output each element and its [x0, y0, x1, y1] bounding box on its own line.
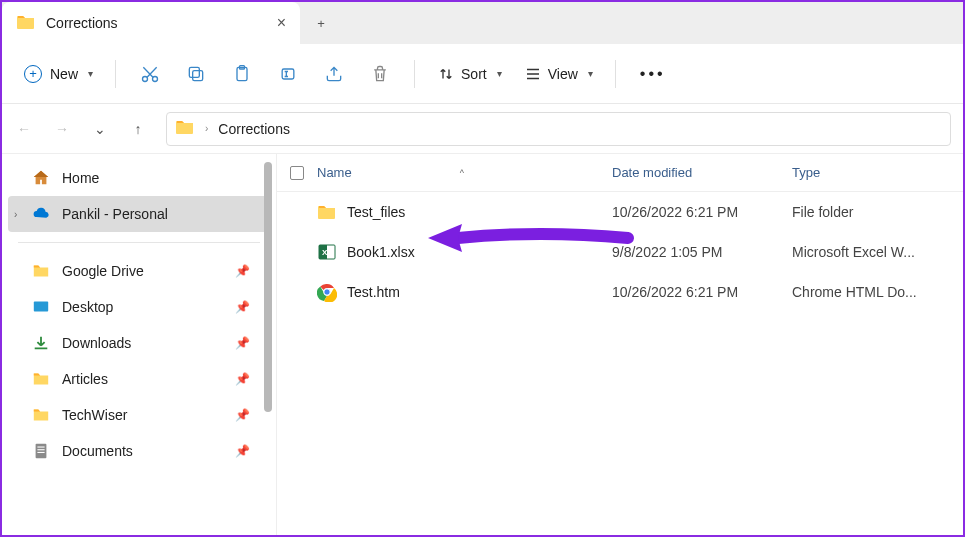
back-button[interactable]: ←	[14, 121, 34, 137]
column-label: Date modified	[612, 165, 692, 180]
file-type: File folder	[792, 204, 963, 220]
sidebar-item-label: Pankil - Personal	[62, 206, 168, 222]
folder-icon	[16, 12, 36, 35]
sidebar-item-label: TechWiser	[62, 407, 127, 423]
address-bar[interactable]: › Corrections	[166, 112, 951, 146]
separator	[615, 60, 616, 88]
sort-label: Sort	[461, 66, 487, 82]
scrollbar[interactable]	[264, 162, 272, 412]
file-row[interactable]: Test.htm 10/26/2022 6:21 PM Chrome HTML …	[277, 272, 963, 312]
folder-icon	[317, 202, 337, 222]
paste-button[interactable]	[220, 54, 264, 94]
sidebar-item-label: Documents	[62, 443, 133, 459]
sidebar-item-articles[interactable]: Articles 📌	[2, 361, 276, 397]
separator	[18, 242, 260, 243]
file-row[interactable]: X Book1.xlsx 9/8/2022 1:05 PM Microsoft …	[277, 232, 963, 272]
sidebar-item-techwiser[interactable]: TechWiser 📌	[2, 397, 276, 433]
chevron-down-icon: ▾	[588, 68, 593, 79]
chevron-right-icon: ›	[205, 123, 208, 134]
document-icon	[32, 442, 50, 460]
column-label: Name	[317, 165, 352, 180]
cut-button[interactable]	[128, 54, 172, 94]
desktop-icon	[32, 298, 50, 316]
navigation-row: ← → ⌄ ↑ › Corrections	[2, 104, 963, 154]
svg-rect-9	[36, 444, 47, 458]
sidebar-item-downloads[interactable]: Downloads 📌	[2, 325, 276, 361]
column-type[interactable]: Type	[792, 165, 963, 180]
sidebar-item-home[interactable]: Home	[2, 160, 276, 196]
pin-icon: 📌	[235, 264, 250, 278]
tab-strip: Corrections × +	[2, 2, 963, 44]
more-button[interactable]: •••	[628, 59, 678, 89]
copy-button[interactable]	[174, 54, 218, 94]
file-type: Microsoft Excel W...	[792, 244, 963, 260]
separator	[414, 60, 415, 88]
forward-button[interactable]: →	[52, 121, 72, 137]
svg-rect-10	[37, 447, 44, 448]
pin-icon: 📌	[235, 300, 250, 314]
svg-rect-7	[34, 302, 48, 312]
plus-icon: +	[317, 16, 325, 31]
file-date: 10/26/2022 6:21 PM	[612, 204, 792, 220]
view-label: View	[548, 66, 578, 82]
recent-dropdown[interactable]: ⌄	[90, 121, 110, 137]
delete-button[interactable]	[358, 54, 402, 94]
folder-icon	[32, 262, 50, 280]
file-name: Test.htm	[347, 284, 400, 300]
new-button[interactable]: + New ▾	[14, 59, 103, 89]
sort-icon	[437, 65, 455, 83]
plus-circle-icon: +	[24, 65, 42, 83]
select-all-checkbox[interactable]	[277, 166, 317, 180]
onedrive-icon	[32, 205, 50, 223]
breadcrumb-segment[interactable]: Corrections	[218, 121, 290, 137]
chrome-icon	[317, 282, 337, 302]
sidebar-item-desktop[interactable]: Desktop 📌	[2, 289, 276, 325]
column-headers: Name ^ Date modified Type	[277, 154, 963, 192]
tab-title: Corrections	[46, 15, 118, 31]
view-icon	[524, 65, 542, 83]
svg-rect-2	[193, 70, 203, 80]
pin-icon: 📌	[235, 444, 250, 458]
close-icon[interactable]: ×	[277, 14, 286, 32]
sidebar-item-googledrive[interactable]: Google Drive 📌	[2, 253, 276, 289]
separator	[115, 60, 116, 88]
svg-text:X: X	[322, 248, 328, 257]
sidebar-item-onedrive[interactable]: › Pankil - Personal	[8, 196, 268, 232]
folder-icon	[32, 406, 50, 424]
file-date: 9/8/2022 1:05 PM	[612, 244, 792, 260]
view-button[interactable]: View ▾	[514, 59, 603, 89]
sidebar-item-label: Desktop	[62, 299, 113, 315]
folder-icon	[32, 370, 50, 388]
new-tab-button[interactable]: +	[300, 2, 342, 44]
sort-asc-icon: ^	[460, 168, 464, 178]
chevron-right-icon[interactable]: ›	[14, 209, 17, 220]
sidebar: Home › Pankil - Personal Google Drive 📌 …	[2, 154, 277, 535]
download-icon	[32, 334, 50, 352]
pin-icon: 📌	[235, 372, 250, 386]
home-icon	[32, 169, 50, 187]
column-label: Type	[792, 165, 820, 180]
column-date[interactable]: Date modified	[612, 165, 792, 180]
file-list: Name ^ Date modified Type Test_files 10/…	[277, 154, 963, 535]
pin-icon: 📌	[235, 336, 250, 350]
column-name[interactable]: Name ^	[317, 165, 612, 180]
toolbar: + New ▾ Sort ▾ View ▾ •••	[2, 44, 963, 104]
sidebar-item-label: Downloads	[62, 335, 131, 351]
up-button[interactable]: ↑	[128, 121, 148, 137]
body: Home › Pankil - Personal Google Drive 📌 …	[2, 154, 963, 535]
file-type: Chrome HTML Do...	[792, 284, 963, 300]
sort-button[interactable]: Sort ▾	[427, 59, 512, 89]
svg-rect-12	[37, 452, 44, 453]
sidebar-item-documents[interactable]: Documents 📌	[2, 433, 276, 469]
tab-corrections[interactable]: Corrections ×	[2, 2, 300, 44]
chevron-down-icon: ▾	[88, 68, 93, 79]
file-row[interactable]: Test_files 10/26/2022 6:21 PM File folde…	[277, 192, 963, 232]
share-button[interactable]	[312, 54, 356, 94]
file-name: Book1.xlsx	[347, 244, 415, 260]
rename-button[interactable]	[266, 54, 310, 94]
svg-point-0	[143, 76, 148, 81]
sidebar-item-label: Home	[62, 170, 99, 186]
svg-rect-3	[189, 67, 199, 77]
new-button-label: New	[50, 66, 78, 82]
svg-point-1	[153, 76, 158, 81]
